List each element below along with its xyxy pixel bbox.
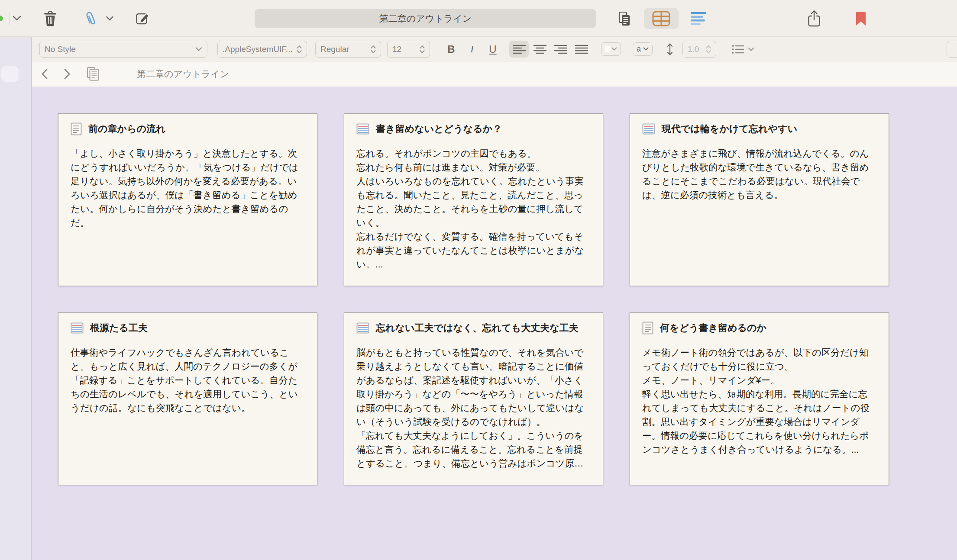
index-card[interactable]: 根源たる工夫 仕事術やライフハックでもさんざん言われていること。もっと広く見れば… xyxy=(58,312,317,485)
trash-icon xyxy=(43,10,57,27)
card-body: 脳がもともと持っている性質なので、それを気合いで乗り越えようとしなくても言い。暗… xyxy=(356,346,591,470)
align-justify-button[interactable] xyxy=(572,41,591,58)
left-sidebar-strip xyxy=(0,37,32,560)
toolbar-divider xyxy=(10,12,10,25)
align-justify-icon xyxy=(575,45,588,54)
font-stepper[interactable]: .AppleSystemUIF... xyxy=(217,41,307,58)
document-title-field[interactable]: 第二章のアウトライン xyxy=(255,9,596,28)
italic-label: I xyxy=(470,43,474,55)
style-dropdown[interactable]: No Style xyxy=(39,41,207,58)
align-center-icon xyxy=(533,45,546,54)
attach-button[interactable] xyxy=(82,0,99,37)
trash-button[interactable] xyxy=(42,0,59,37)
document-text-icon xyxy=(642,322,653,335)
compose-button[interactable] xyxy=(133,0,152,37)
index-card[interactable]: 書き留めないとどうなるか？ 忘れる。それがポンコツの主因でもある。 忘れたら何も… xyxy=(344,113,603,286)
document-view-icon xyxy=(616,10,633,27)
font-value: .AppleSystemUIF... xyxy=(223,45,293,54)
index-card[interactable]: 現代では輪をかけて忘れやすい 注意がさまざまに飛び、情報が流れ込んでくる。のんび… xyxy=(630,113,889,286)
sidebar-handle[interactable] xyxy=(1,66,19,82)
card-body: メモ術ノート術の領分ではあるが、以下の区分だけ知っておくだけでも十分に役に立つ。… xyxy=(642,346,876,457)
color-swatch xyxy=(605,46,611,52)
bold-button[interactable]: B xyxy=(443,41,459,58)
align-left-button[interactable] xyxy=(509,41,529,58)
paperclip-icon xyxy=(83,10,98,27)
chevron-down-icon xyxy=(106,16,114,21)
align-left-icon xyxy=(513,45,526,54)
style-value: No Style xyxy=(45,45,76,54)
stepper-arrows-icon xyxy=(420,45,425,54)
traffic-light-green[interactable] xyxy=(0,16,3,21)
typeface-value: Regular xyxy=(320,45,349,54)
toolbar: 第二章のアウトライン xyxy=(0,0,957,37)
chevron-down-icon xyxy=(195,47,202,51)
italic-button[interactable]: I xyxy=(464,41,480,58)
document-view-button[interactable] xyxy=(615,0,634,37)
bold-label: B xyxy=(447,43,455,55)
card-title: 何をどう書き留めるのか xyxy=(660,322,766,335)
index-card-icon xyxy=(642,123,655,135)
document-text-icon xyxy=(71,122,82,135)
chevron-down-icon xyxy=(12,16,22,22)
line-spacing-stepper[interactable]: 1.0 xyxy=(682,41,716,58)
outline-view-button[interactable] xyxy=(689,0,708,37)
bookmark-button[interactable] xyxy=(852,0,870,37)
share-button[interactable] xyxy=(805,0,824,37)
forward-button[interactable] xyxy=(64,61,79,87)
index-card-icon xyxy=(356,322,369,334)
toolbar-chevron-button[interactable] xyxy=(10,0,23,37)
card-title: 根源たる工夫 xyxy=(90,322,148,335)
document-stack-icon xyxy=(86,61,103,87)
chevron-down-icon xyxy=(611,47,617,51)
compose-icon xyxy=(134,10,150,27)
index-card[interactable]: 何をどう書き留めるのか メモ術ノート術の領分ではあるが、以下の区分だけ知っておく… xyxy=(630,312,889,485)
chevron-down-icon xyxy=(748,47,754,51)
index-card-icon xyxy=(356,123,369,135)
card-body: 注意がさまざまに飛び、情報が流れ込んでくる。のんびりとした牧歌的な環境で生きてい… xyxy=(642,147,876,202)
card-grid: 前の章からの流れ 「よし、小さく取り掛かろう」と決意したとする。次にどうすればい… xyxy=(58,113,957,485)
attach-chevron-button[interactable] xyxy=(104,0,115,37)
highlight-dropdown[interactable]: a xyxy=(633,42,653,56)
underline-label: U xyxy=(489,43,496,55)
chevron-down-icon xyxy=(643,47,649,51)
line-spacing-value: 1.0 xyxy=(688,45,699,54)
underline-button[interactable]: U xyxy=(485,41,501,58)
stepper-arrows-icon xyxy=(706,45,711,54)
align-center-button[interactable] xyxy=(530,41,550,58)
index-card-icon xyxy=(71,322,84,334)
share-icon xyxy=(806,10,822,28)
header-title: 第二章のアウトライン xyxy=(137,61,229,87)
card-title: 前の章からの流れ xyxy=(88,122,166,135)
format-bar-edge-control[interactable] xyxy=(947,41,957,58)
font-size-value: 12 xyxy=(392,45,401,54)
card-body: 「よし、小さく取り掛かろう」と決意したとする。次にどうすればいいだろうか。「気を… xyxy=(71,147,305,230)
card-header: 前の章からの流れ xyxy=(71,122,305,135)
corkboard[interactable]: 前の章からの流れ 「よし、小さく取り掛かろう」と決意したとする。次にどうすればい… xyxy=(32,87,957,560)
card-body: 仕事術やライフハックでもさんざん言われていること。もっと広く見れば、人間のテクノ… xyxy=(71,346,305,415)
card-header: 書き留めないとどうなるか？ xyxy=(356,122,591,135)
index-card[interactable]: 前の章からの流れ 「よし、小さく取り掛かろう」と決意したとする。次にどうすればい… xyxy=(58,113,317,286)
line-spacing-icon xyxy=(666,41,673,58)
chevron-right-icon xyxy=(64,68,71,80)
list-format-button[interactable] xyxy=(732,41,754,58)
stepper-arrows-icon xyxy=(371,45,376,54)
card-header: 根源たる工夫 xyxy=(71,322,305,335)
document-header: 第二章のアウトライン xyxy=(32,61,957,87)
font-size-stepper[interactable]: 12 xyxy=(387,41,430,58)
card-title: 忘れない工夫ではなく、忘れても大丈夫な工夫 xyxy=(376,322,579,335)
corkboard-view-button[interactable] xyxy=(652,0,671,37)
bullet-list-icon xyxy=(732,45,744,54)
index-card[interactable]: 忘れない工夫ではなく、忘れても大丈夫な工夫 脳がもともと持っている性質なので、そ… xyxy=(344,312,603,485)
text-color-well[interactable] xyxy=(601,42,621,56)
card-header: 何をどう書き留めるのか xyxy=(642,322,876,335)
align-right-button[interactable] xyxy=(551,41,570,58)
typeface-stepper[interactable]: Regular xyxy=(315,41,381,58)
align-right-icon xyxy=(554,45,567,54)
highlight-label: a xyxy=(637,45,641,54)
main-window: 第二章のアウトライン xyxy=(0,0,957,560)
bookmark-icon xyxy=(855,11,867,26)
card-header: 忘れない工夫ではなく、忘れても大丈夫な工夫 xyxy=(356,322,591,335)
corkboard-view-icon xyxy=(652,11,670,26)
back-button[interactable] xyxy=(41,61,57,87)
outline-view-icon xyxy=(690,12,707,26)
